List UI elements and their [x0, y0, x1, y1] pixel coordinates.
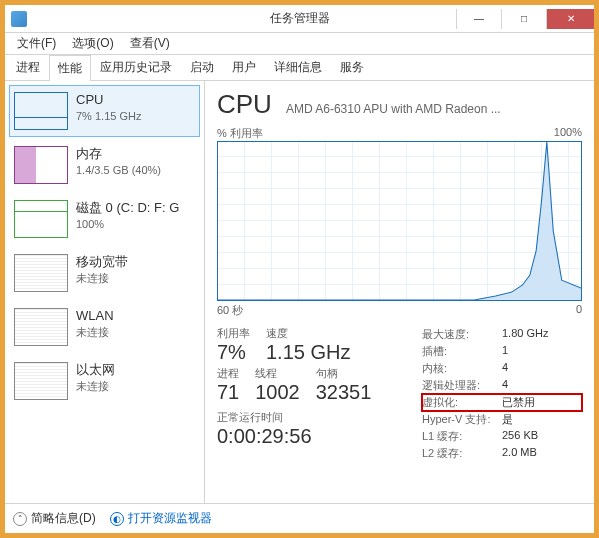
- sidebar-item-ethernet[interactable]: 以太网 未连接: [9, 355, 200, 407]
- stat-thread-label: 线程: [255, 366, 300, 381]
- menu-file[interactable]: 文件(F): [9, 33, 64, 54]
- open-resource-monitor-label: 打开资源监视器: [128, 510, 212, 527]
- stat-thread-value: 1002: [255, 381, 300, 404]
- chart-label-100: 100%: [554, 126, 582, 141]
- disk-thumb-icon: [14, 200, 68, 238]
- tab-startup[interactable]: 启动: [181, 54, 223, 80]
- stat-uptime-value: 0:00:29:56: [217, 425, 398, 448]
- sidebar-eth-title: 以太网: [76, 362, 115, 379]
- sidebar-mem-title: 内存: [76, 146, 161, 163]
- logical-label: 逻辑处理器:: [422, 378, 502, 393]
- title-bar[interactable]: 任务管理器 — □ ✕: [5, 5, 594, 33]
- maximize-button[interactable]: □: [501, 9, 546, 29]
- l1-label: L1 缓存:: [422, 429, 502, 444]
- cpu-detail-panel: CPU AMD A6-6310 APU with AMD Radeon ... …: [205, 81, 594, 503]
- stat-speed-value: 1.15 GHz: [266, 341, 350, 364]
- mobile-thumb-icon: [14, 254, 68, 292]
- performance-sidebar: CPU 7% 1.15 GHz 内存 1.4/3.5 GB (40%) 磁盘 0…: [5, 81, 205, 503]
- monitor-icon: ◐: [110, 512, 124, 526]
- sidebar-item-wlan[interactable]: WLAN 未连接: [9, 301, 200, 353]
- sidebar-mem-sub: 1.4/3.5 GB (40%): [76, 163, 161, 177]
- l1-value: 256 KB: [502, 429, 582, 444]
- cpu-usage-chart: [217, 141, 582, 301]
- sidebar-item-mobile[interactable]: 移动宽带 未连接: [9, 247, 200, 299]
- chevron-up-icon: ˄: [13, 512, 27, 526]
- tab-bar: 进程 性能 应用历史记录 启动 用户 详细信息 服务: [5, 55, 594, 81]
- tab-services[interactable]: 服务: [331, 54, 373, 80]
- stat-proc-value: 71: [217, 381, 239, 404]
- chart-label-60s: 60 秒: [217, 303, 243, 318]
- cores-value: 4: [502, 361, 582, 376]
- chart-label-util: % 利用率: [217, 126, 263, 141]
- virt-value: 已禁用: [502, 395, 582, 410]
- sidebar-item-cpu[interactable]: CPU 7% 1.15 GHz: [9, 85, 200, 137]
- sockets-value: 1: [502, 344, 582, 359]
- hyperv-value: 是: [502, 412, 582, 427]
- sidebar-wlan-sub: 未连接: [76, 325, 114, 339]
- virt-label: 虚拟化:: [422, 395, 502, 410]
- stat-proc-label: 进程: [217, 366, 239, 381]
- tab-users[interactable]: 用户: [223, 54, 265, 80]
- wlan-thumb-icon: [14, 308, 68, 346]
- ethernet-thumb-icon: [14, 362, 68, 400]
- sockets-label: 插槽:: [422, 344, 502, 359]
- content-area: CPU 7% 1.15 GHz 内存 1.4/3.5 GB (40%) 磁盘 0…: [5, 81, 594, 503]
- cpu-thumb-icon: [14, 92, 68, 130]
- tab-details[interactable]: 详细信息: [265, 54, 331, 80]
- app-icon: [11, 11, 27, 27]
- menu-view[interactable]: 查看(V): [122, 33, 178, 54]
- stat-uptime-label: 正常运行时间: [217, 410, 398, 425]
- stat-util-value: 7%: [217, 341, 250, 364]
- sidebar-disk-sub: 100%: [76, 217, 179, 231]
- menu-options[interactable]: 选项(O): [64, 33, 121, 54]
- cores-label: 内核:: [422, 361, 502, 376]
- chart-label-0: 0: [576, 303, 582, 318]
- hyperv-label: Hyper-V 支持:: [422, 412, 502, 427]
- tab-history[interactable]: 应用历史记录: [91, 54, 181, 80]
- cpu-model: AMD A6-6310 APU with AMD Radeon ...: [286, 102, 582, 116]
- sidebar-item-disk[interactable]: 磁盘 0 (C: D: F: G 100%: [9, 193, 200, 245]
- memory-thumb-icon: [14, 146, 68, 184]
- sidebar-wlan-title: WLAN: [76, 308, 114, 325]
- sidebar-cpu-sub: 7% 1.15 GHz: [76, 109, 141, 123]
- stat-handle-value: 32351: [316, 381, 372, 404]
- sidebar-mobile-title: 移动宽带: [76, 254, 128, 271]
- sidebar-cpu-title: CPU: [76, 92, 141, 109]
- l2-value: 2.0 MB: [502, 446, 582, 461]
- close-button[interactable]: ✕: [546, 9, 594, 29]
- sidebar-eth-sub: 未连接: [76, 379, 115, 393]
- tab-performance[interactable]: 性能: [49, 55, 91, 81]
- footer-bar: ˄ 简略信息(D) ◐ 打开资源监视器: [5, 503, 594, 533]
- stat-handle-label: 句柄: [316, 366, 372, 381]
- fewer-details-label: 简略信息(D): [31, 510, 96, 527]
- sidebar-item-memory[interactable]: 内存 1.4/3.5 GB (40%): [9, 139, 200, 191]
- maxspeed-label: 最大速度:: [422, 327, 502, 342]
- sidebar-mobile-sub: 未连接: [76, 271, 128, 285]
- window-title: 任务管理器: [270, 10, 330, 27]
- sidebar-disk-title: 磁盘 0 (C: D: F: G: [76, 200, 179, 217]
- fewer-details-button[interactable]: ˄ 简略信息(D): [13, 510, 96, 527]
- open-resource-monitor-link[interactable]: ◐ 打开资源监视器: [110, 510, 212, 527]
- l2-label: L2 缓存:: [422, 446, 502, 461]
- maxspeed-value: 1.80 GHz: [502, 327, 582, 342]
- minimize-button[interactable]: —: [456, 9, 501, 29]
- task-manager-window: 任务管理器 — □ ✕ 文件(F) 选项(O) 查看(V) 进程 性能 应用历史…: [0, 0, 599, 538]
- logical-value: 4: [502, 378, 582, 393]
- tab-processes[interactable]: 进程: [7, 54, 49, 80]
- stat-speed-label: 速度: [266, 326, 350, 341]
- panel-title: CPU: [217, 89, 272, 120]
- stat-util-label: 利用率: [217, 326, 250, 341]
- menu-bar: 文件(F) 选项(O) 查看(V): [5, 33, 594, 55]
